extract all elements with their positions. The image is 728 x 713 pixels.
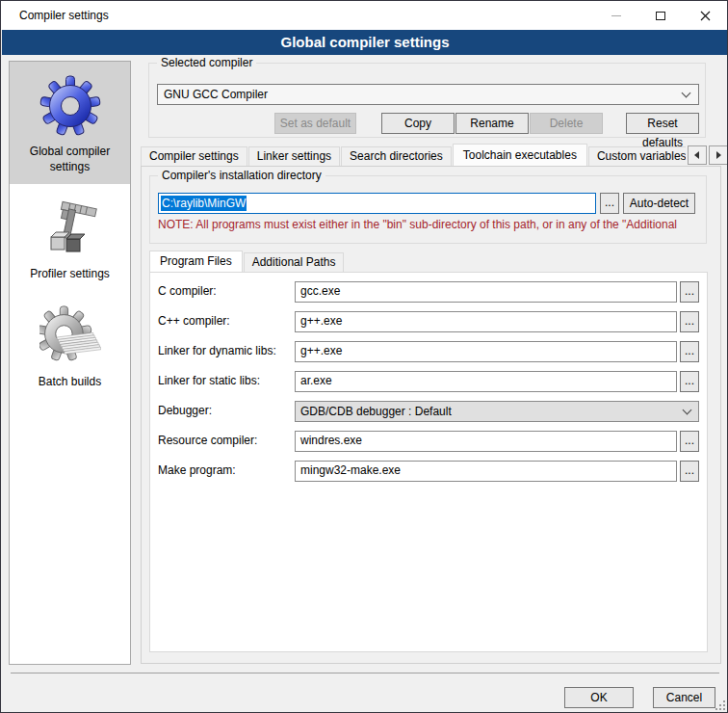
settings-category-list: Global compiler settings — [9, 61, 131, 665]
field-row-c-compiler: C compiler: gcc.exe ... — [150, 281, 707, 303]
selected-compiler-group: Selected compiler GNU GCC Compiler Set a… — [148, 63, 706, 138]
copy-button[interactable]: Copy — [381, 113, 455, 134]
tab-linker-settings[interactable]: Linker settings — [248, 146, 340, 166]
cpp-compiler-label: C++ compiler: — [158, 314, 230, 328]
minimize-button[interactable] — [594, 1, 638, 30]
c-compiler-input[interactable]: gcc.exe — [295, 281, 677, 303]
make-program-input[interactable]: mingw32-make.exe — [295, 461, 677, 482]
sidebar-item-label: Profiler settings — [30, 267, 110, 282]
maximize-button[interactable] — [638, 1, 683, 30]
tab-additional-paths[interactable]: Additional Paths — [244, 252, 345, 272]
selected-compiler-group-label: Selected compiler — [157, 56, 256, 69]
arrow-right-icon — [715, 150, 722, 160]
field-row-cpp-compiler: C++ compiler: g++.exe ... — [150, 311, 707, 332]
field-row-debugger: Debugger: GDB/CDB debugger : Default — [150, 401, 707, 422]
tab-scroll-controls — [686, 145, 728, 165]
dynamic-linker-browse-button[interactable]: ... — [680, 341, 699, 362]
debugger-select[interactable]: GDB/CDB debugger : Default — [295, 401, 699, 422]
c-compiler-label: C compiler: — [158, 284, 217, 298]
delete-button[interactable]: Delete — [530, 113, 603, 134]
debugger-label: Debugger: — [158, 404, 212, 417]
static-linker-label: Linker for static libs: — [158, 374, 260, 387]
toolchain-executables-page: Compiler's installation directory C:\ray… — [141, 166, 721, 664]
auto-detect-button[interactable]: Auto-detect — [623, 193, 695, 214]
tab-custom-variables[interactable]: Custom variables — [588, 146, 686, 166]
footer-divider — [11, 673, 719, 673]
debugger-select-value: GDB/CDB debugger : Default — [300, 405, 684, 418]
installation-directory-input[interactable]: C:\raylib\MinGW — [158, 193, 596, 214]
sidebar-item-global-compiler-settings[interactable]: Global compiler settings — [10, 62, 130, 184]
gear-stack-icon — [39, 305, 101, 367]
tab-scroll-right-button[interactable] — [709, 145, 728, 165]
chevron-down-icon — [683, 405, 692, 414]
blue-gear-icon — [39, 75, 101, 137]
sidebar-item-label: Global compiler settings — [13, 145, 126, 174]
browse-directory-button[interactable]: ... — [600, 193, 619, 214]
bin-subdirectory-note: NOTE: All programs must exist either in … — [158, 218, 705, 231]
compiler-settings-window: Compiler settings Global compiler settin… — [0, 0, 728, 713]
compiler-actions: Set as default Copy Rename Delete Reset … — [157, 113, 699, 134]
window-controls — [594, 1, 727, 30]
static-linker-input[interactable]: ar.exe — [295, 371, 677, 392]
reset-defaults-button[interactable]: Reset defaults — [626, 113, 699, 134]
field-row-dynamic-linker: Linker for dynamic libs: g++.exe ... — [150, 341, 707, 362]
tab-program-files[interactable]: Program Files — [149, 251, 243, 272]
tab-scroll-left-button[interactable] — [688, 145, 707, 165]
arrow-left-icon — [693, 150, 701, 160]
caliper-icon — [39, 198, 101, 259]
settings-tabstrip: Compiler settings Linker settings Search… — [141, 144, 686, 166]
main-panel: Selected compiler GNU GCC Compiler Set a… — [141, 55, 721, 665]
make-program-label: Make program: — [158, 463, 236, 477]
installation-directory-selected-text: C:\raylib\MinGW — [161, 196, 247, 211]
static-linker-browse-button[interactable]: ... — [680, 371, 699, 392]
program-files-page: C compiler: gcc.exe ... C++ compiler: g+… — [149, 272, 708, 652]
field-row-resource-compiler: Resource compiler: windres.exe ... — [150, 431, 707, 452]
tab-toolchain-executables[interactable]: Toolchain executables — [453, 144, 587, 166]
dialog-body: Global compiler settings — [1, 55, 728, 713]
rename-button[interactable]: Rename — [455, 113, 529, 134]
minimize-icon — [611, 15, 621, 16]
titlebar: Compiler settings — [1, 1, 727, 30]
set-as-default-button[interactable]: Set as default — [274, 113, 356, 134]
resize-grip[interactable] — [715, 700, 726, 711]
program-files-tabstrip: Program Files Additional Paths — [149, 251, 345, 272]
compiler-select[interactable]: GNU GCC Compiler — [157, 84, 699, 105]
compiler-select-value: GNU GCC Compiler — [164, 88, 683, 101]
field-row-make-program: Make program: mingw32-make.exe ... — [150, 461, 707, 482]
ok-button[interactable]: OK — [564, 687, 634, 708]
window-title: Compiler settings — [19, 9, 109, 22]
field-row-static-linker: Linker for static libs: ar.exe ... — [150, 371, 707, 392]
tab-search-directories[interactable]: Search directories — [341, 146, 452, 166]
resource-compiler-input[interactable]: windres.exe — [295, 431, 677, 452]
maximize-icon — [656, 12, 665, 20]
page-title: Global compiler settings — [2, 30, 728, 55]
installation-directory-group-label: Compiler's installation directory — [158, 169, 325, 182]
cpp-compiler-input[interactable]: g++.exe — [295, 311, 677, 332]
chevron-down-icon — [682, 88, 691, 97]
c-compiler-browse-button[interactable]: ... — [680, 281, 699, 303]
sidebar-item-label: Batch builds — [39, 375, 101, 390]
cpp-compiler-browse-button[interactable]: ... — [680, 311, 699, 332]
make-program-browse-button[interactable]: ... — [680, 461, 699, 482]
dynamic-linker-label: Linker for dynamic libs: — [158, 344, 276, 357]
resource-compiler-browse-button[interactable]: ... — [680, 431, 699, 452]
close-icon — [700, 11, 711, 21]
installation-directory-group: Compiler's installation directory C:\ray… — [149, 175, 707, 244]
sidebar-item-batch-builds[interactable]: Batch builds — [10, 292, 130, 400]
sidebar-item-profiler-settings[interactable]: Profiler settings — [10, 184, 130, 292]
dynamic-linker-input[interactable]: g++.exe — [295, 341, 677, 362]
close-button[interactable] — [683, 1, 727, 30]
cancel-button[interactable]: Cancel — [653, 687, 715, 708]
tab-compiler-settings[interactable]: Compiler settings — [141, 146, 247, 166]
resource-compiler-label: Resource compiler: — [158, 434, 257, 447]
